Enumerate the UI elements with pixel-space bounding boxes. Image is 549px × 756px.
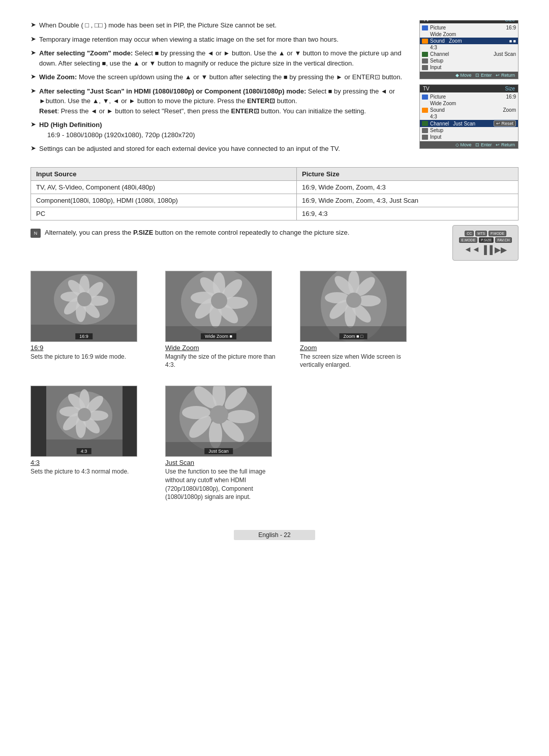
- picture-row-2: 4:3 4:3 Sets the picture to 4:3 normal m…: [30, 386, 518, 510]
- menu-4-3: 4:3: [430, 45, 437, 50]
- picture-label-zoom: Zoom ■ □: [340, 333, 368, 339]
- favch-button: FAV.CH: [495, 237, 511, 243]
- picture-item-16-9: 16:9 16:9 Sets the picture to 16:9 wide …: [30, 271, 142, 370]
- bullet-text: Wide Zoom: Move the screen up/down using…: [39, 72, 409, 82]
- footer-enter: ⊡ Enter: [475, 73, 492, 78]
- tv-menu-row: Setup: [420, 127, 518, 134]
- tv-menu-row: Picture 16:9: [420, 93, 518, 100]
- svg-rect-37: [31, 386, 46, 457]
- remote-row-2: E.MODE P.SIZE FAV.CH: [459, 237, 511, 243]
- menu2-sound-label: Sound: [430, 107, 445, 113]
- caption-title: 4:3: [30, 459, 142, 466]
- tv-menu-row: Input: [420, 134, 518, 140]
- tv-menu-row: Input: [420, 64, 518, 71]
- bullet-item: ➤ Settings can be adjusted and stored fo…: [30, 144, 409, 154]
- tv-menu-row: Setup: [420, 57, 518, 64]
- menu-input-label: Input: [430, 65, 441, 70]
- input-icon: [422, 65, 428, 70]
- svg-point-34: [346, 293, 361, 308]
- bullet-text: After selecting "Zoom" mode: Select ■ by…: [39, 48, 409, 68]
- menu-picture-label: Picture: [430, 25, 446, 30]
- bullet-item: ➤ After selecting "Just Scan" in HDMI (1…: [30, 86, 409, 116]
- tv-menu-row-selected2: Channel Just Scan ↩ Reset: [420, 120, 518, 127]
- picture-icon2: [422, 94, 428, 100]
- picture-item-zoom: Zoom ■ □ Zoom The screen size when Wide …: [300, 271, 412, 370]
- flower-svg-zoom: [300, 271, 407, 342]
- footer2-enter: ⊡ Enter: [475, 142, 492, 147]
- picture-caption-zoom: Zoom The screen size when Wide screen is…: [300, 344, 412, 370]
- bullet-item: ➤ After selecting "Zoom" mode: Select ■ …: [30, 48, 409, 68]
- menu2-reset-btn: ↩ Reset: [494, 120, 516, 127]
- table-cell: Component(1080i, 1080p), HDMI (1080i, 10…: [31, 194, 297, 207]
- menu2-16-9: 16:9: [506, 94, 516, 100]
- tv-menu-1-size-label: Size: [505, 20, 515, 22]
- footer-move: ◆ Move: [455, 73, 472, 78]
- sound-icon2: [422, 108, 428, 113]
- svg-point-48: [78, 408, 91, 421]
- picture-item-wide-zoom: Wide Zoom ■ Wide Zoom Magnify the size o…: [165, 271, 277, 370]
- tv-menu-1-title: TV: [423, 20, 430, 22]
- emode-button: E.MODE: [459, 237, 477, 243]
- bullet-text: When Double ( □ , □□ ) mode has been set…: [39, 20, 409, 30]
- bullet-arrow: ➤: [30, 73, 36, 80]
- picture-label-4-3: 4:3: [77, 448, 92, 454]
- bullet-text: HD (High Definition) 16:9 - 1080i/1080p …: [39, 120, 409, 140]
- picture-frame: 4:3: [30, 386, 137, 457]
- input-picture-table: Input Source Picture Size TV, AV, S-Vide…: [30, 167, 518, 220]
- input-icon2: [422, 135, 428, 140]
- picture-frame: Zoom ■ □: [300, 271, 407, 342]
- setup-icon2: [422, 128, 428, 133]
- caption-title: Just Scan: [165, 459, 277, 466]
- sound-icon: [422, 39, 428, 44]
- bullet-item: ➤ HD (High Definition) 16:9 - 1080i/1080…: [30, 120, 409, 140]
- svg-point-22: [211, 293, 227, 309]
- bullet-arrow: ➤: [30, 144, 36, 152]
- pmode-button: P.MODE: [489, 231, 506, 236]
- tv-menu-row: 4:3: [420, 113, 518, 120]
- picture-label-wide-zoom: Wide Zoom ■: [201, 333, 236, 339]
- table-cell: 16:9, Wide Zoom, Zoom, 4:3: [297, 180, 518, 194]
- menu-wide-zoom: Wide Zoom: [430, 32, 456, 37]
- picture-label-16-9: 16:9: [75, 333, 93, 339]
- caption-desc: Use the function to see the full image w…: [165, 467, 277, 501]
- picture-caption-just-scan: Just Scan Use the function to see the fu…: [165, 459, 277, 501]
- menu-setup-label: Setup: [430, 58, 443, 64]
- svg-point-32: [325, 292, 349, 303]
- picture-frame: 16:9: [30, 271, 137, 342]
- picture-modes-section: 16:9 16:9 Sets the picture to 16:9 wide …: [30, 271, 518, 510]
- note-icon: N: [30, 229, 41, 238]
- table-row: PC 16:9, 4:3: [31, 207, 518, 220]
- tv-menu-row: Sound Zoom: [420, 107, 518, 113]
- tv-menu-row: Wide Zoom: [420, 31, 518, 38]
- tv-menu-screenshots: TV Size Picture 16:9 Wide Zoom Sound Zoo…: [419, 20, 518, 149]
- picture-frame: Wide Zoom ■: [165, 271, 272, 342]
- svg-point-10: [77, 292, 92, 306]
- menu2-zoom: Zoom: [503, 107, 516, 113]
- menu-16-9: 16:9: [506, 25, 516, 30]
- note-section: CC MTS P.MODE E.MODE P.SIZE FAV.CH ◄◄ ▐▐…: [30, 228, 518, 261]
- caption-desc: Magnify the size of the picture more tha…: [165, 353, 277, 370]
- note-row: N Alternately, you can press the P.SIZE …: [30, 228, 442, 238]
- flower-svg-4-3: [31, 386, 137, 457]
- bullet-text: After selecting "Just Scan" in HDMI (108…: [39, 86, 409, 116]
- flower-svg-just-scan: [166, 386, 272, 457]
- caption-desc: The screen size when Wide screen is vert…: [300, 353, 412, 370]
- caption-desc: Sets the picture to 4:3 normal mode.: [30, 467, 142, 476]
- caption-title: Wide Zoom: [165, 344, 277, 352]
- page-footer: English - 22: [234, 530, 315, 540]
- bullet-arrow: ➤: [30, 87, 36, 94]
- flower-svg-wide-zoom: [166, 271, 272, 342]
- tv-menu-row: Picture 16:9: [420, 24, 518, 31]
- table-row: TV, AV, S-Video, Component (480i,480p) 1…: [31, 180, 518, 194]
- menu-channel-label: Channel: [430, 51, 449, 57]
- remote-play-icons: ▐▐ ▶▶: [481, 245, 507, 255]
- picture-caption-4-3: 4:3 Sets the picture to 4:3 normal mode.: [30, 459, 142, 476]
- tv-menu-1: TV Size Picture 16:9 Wide Zoom Sound Zoo…: [419, 20, 518, 79]
- menu2-channel-label: Channel: [430, 121, 449, 127]
- bullet-arrow: ➤: [30, 35, 36, 43]
- svg-point-58: [182, 406, 210, 419]
- table-header-input: Input Source: [31, 167, 297, 180]
- table-cell: PC: [31, 207, 297, 220]
- menu2-just-scan-selected: Just Scan: [453, 121, 475, 127]
- remote-arrow-icons: ◄◄: [464, 245, 480, 255]
